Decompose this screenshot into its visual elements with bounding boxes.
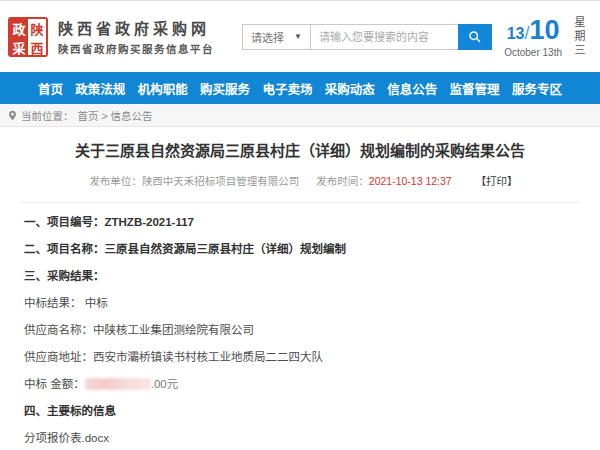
bid-amount-suffix: .00元	[151, 378, 179, 390]
search-category-select[interactable]: 请选择 ▼	[242, 24, 310, 50]
section-procure-result: 三、采购结果：	[24, 269, 576, 284]
nav-item-announcement[interactable]: 信息公告	[387, 79, 437, 98]
search-bar: 请选择 ▼	[242, 24, 492, 50]
breadcrumb-label: 当前位置：	[21, 108, 74, 123]
bid-amount-label: 中标 金额：	[24, 378, 85, 390]
location-pin-icon	[8, 110, 17, 121]
bid-amount-line: 中标 金额：.00元	[24, 377, 576, 392]
announcement-article: 关于三原县自然资源局三原县村庄（详细）规划编制的采购结果公告 发布单位：陕西中天…	[0, 127, 600, 450]
date-display: 13/10 October 13th 星期三	[504, 15, 590, 58]
print-button[interactable]: 【打印】	[476, 175, 518, 187]
search-icon	[468, 30, 481, 43]
site-header: 政 陕 采 西 陕西省政府采购网 陕西省政府购买服务信息平台 请选择 ▼ 13/…	[0, 1, 600, 72]
article-body: 一、项目编号：ZTHZB-2021-117 二、项目名称：三原县自然资源局三原县…	[24, 215, 576, 450]
page-title: 关于三原县自然资源局三原县村庄（详细）规划编制的采购结果公告	[24, 141, 576, 161]
search-input[interactable]	[310, 24, 458, 50]
nav-item-policies[interactable]: 政策法规	[75, 79, 125, 98]
search-button[interactable]	[458, 24, 492, 50]
nav-item-services[interactable]: 服务专区	[512, 79, 562, 98]
logo-char: 政	[10, 19, 28, 38]
publisher-value: 陕西中天禾招标项目管理有限公司	[142, 175, 300, 187]
chevron-down-icon: ▼	[294, 32, 302, 41]
search-category-label: 请选择	[251, 29, 284, 45]
nav-item-supervision[interactable]: 监督管理	[450, 79, 500, 98]
main-nav: 首页 政策法规 机构职能 购买服务 电子卖场 采购动态 信息公告 监督管理 服务…	[0, 72, 600, 104]
site-titles: 陕西省政府采购网 陕西省政府购买服务信息平台	[58, 17, 214, 56]
meta-divider	[20, 202, 580, 203]
section-main-subject: 四、主要标的信息	[24, 404, 576, 419]
date-english: October 13th	[504, 47, 562, 58]
nav-item-home[interactable]: 首页	[38, 79, 63, 98]
logo-char: 陕	[28, 19, 46, 38]
site-logo: 政 陕 采 西	[8, 17, 48, 57]
nav-item-news[interactable]: 采购动态	[325, 79, 375, 98]
attachment-link[interactable]: 分项报价表.docx	[24, 431, 576, 446]
supplier-addr-line: 供应商地址：西安市灞桥镇读书村核工业地质局二二四大队	[24, 350, 576, 365]
supplier-name-line: 供应商名称：中陕核工业集团测绘院有限公司	[24, 323, 576, 338]
publisher-label: 发布单位：	[89, 175, 142, 187]
section-project-name: 二、项目名称：三原县自然资源局三原县村庄（详细）规划编制	[24, 242, 576, 257]
date-day: 13	[507, 25, 525, 42]
logo-char: 西	[28, 38, 46, 57]
breadcrumb: 当前位置： 首页 > 信息公告	[0, 104, 600, 127]
bid-result-line: 中标结果： 中标	[24, 296, 576, 311]
section-project-number: 一、项目编号：ZTHZB-2021-117	[24, 215, 576, 230]
date-month: 10	[529, 15, 559, 45]
publish-time-value: 2021-10-13 12:37	[369, 175, 452, 187]
redacted-amount	[85, 378, 151, 390]
nav-item-emarket[interactable]: 电子卖场	[262, 79, 312, 98]
breadcrumb-path[interactable]: 首页 > 信息公告	[78, 108, 153, 123]
site-name: 陕西省政府采购网	[58, 17, 214, 38]
publish-time-label: 发布时间：	[316, 175, 369, 187]
weekday-label: 星期三	[572, 16, 586, 58]
nav-item-purchase[interactable]: 购买服务	[200, 79, 250, 98]
logo-char: 采	[10, 38, 28, 57]
nav-item-functions[interactable]: 机构职能	[138, 79, 188, 98]
site-subtitle: 陕西省政府购买服务信息平台	[58, 41, 214, 56]
article-meta: 发布单位：陕西中天禾招标项目管理有限公司 发布时间：2021-10-13 12:…	[24, 173, 576, 188]
